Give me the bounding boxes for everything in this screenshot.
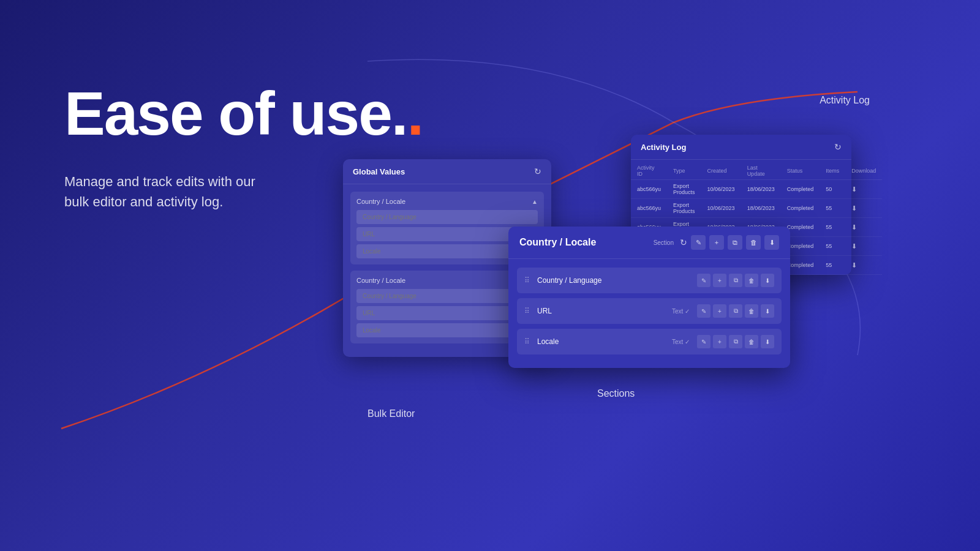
bulk-editor-title: Global Values [353,167,405,176]
col-download: Download [845,160,882,180]
cell-id: abc566yu [631,180,667,199]
activity-table-header-row: Activity ID Type Created Last Update Sta… [631,160,882,180]
row-1-download-btn[interactable]: ⬇ [761,274,774,287]
sections-copy-btn[interactable]: ⧉ [728,235,742,250]
bulk-editor-section-1-header: Country / Locale ▲ [356,198,538,205]
cell-items: 55 [820,237,845,256]
row-2-actions: ✎ + ⧉ 🗑 ⬇ [697,304,774,318]
subtitle-line1: Manage and track edits with our [64,174,255,189]
table-row: abc566yu Export Products 10/06/2023 18/0… [631,180,882,199]
cell-updated: 18/06/2023 [741,180,781,199]
col-last-update: Last Update [741,160,781,180]
cell-items: 50 [820,180,845,199]
col-created: Created [701,160,741,180]
download-icon[interactable]: ⬇ [851,242,857,250]
drag-handle-1[interactable]: ⠿ [524,276,530,285]
row-3-download-btn[interactable]: ⬇ [761,335,774,348]
row-2-download-btn[interactable]: ⬇ [761,304,774,318]
sections-header: Country / Locale Section ↻ ✎ + ⧉ 🗑 ⬇ [508,227,790,259]
row-1-delete-btn[interactable]: 🗑 [745,274,758,287]
cell-download: ⬇ [845,256,882,275]
sections-window: Country / Locale Section ↻ ✎ + ⧉ 🗑 ⬇ ⠿ C… [508,227,790,368]
subtitle: Manage and track edits with our bulk edi… [64,171,309,212]
download-icon[interactable]: ⬇ [851,261,857,269]
activity-log-header: Activity Log ↻ [631,135,851,160]
bulk-editor-label: Bulk Editor [368,408,415,419]
activity-log-title: Activity Log [641,143,686,152]
row-2-edit-btn[interactable]: ✎ [697,304,710,318]
col-items: Items [820,160,845,180]
cell-created: 10/06/2023 [701,199,741,218]
row-3-delete-btn[interactable]: 🗑 [745,335,758,348]
row-3-type: Text ✓ [672,339,690,345]
drag-handle-3[interactable]: ⠿ [524,337,530,346]
col-activity-id: Activity ID [631,160,667,180]
drag-handle-2[interactable]: ⠿ [524,307,530,315]
section-1-label: Country / Locale [356,198,405,205]
row-1-edit-btn[interactable]: ✎ [697,274,710,287]
cell-type: Export Products [667,199,701,218]
section-1-field-1[interactable] [356,210,538,224]
sections-body: ⠿ Country / Language ✎ + ⧉ 🗑 ⬇ ⠿ URL Tex… [508,259,790,368]
col-status: Status [781,160,820,180]
sections-controls: Section ↻ ✎ + ⧉ 🗑 ⬇ [654,235,779,250]
activity-log-label: Activity Log [820,95,870,106]
cell-id: abc566yu [631,199,667,218]
activity-log-refresh-icon[interactable]: ↻ [834,142,842,152]
row-1-copy-btn[interactable]: ⧉ [729,274,742,287]
cell-download: ⬇ [845,180,882,199]
download-icon[interactable]: ⬇ [851,186,857,193]
row-3-add-btn[interactable]: + [713,335,726,348]
bulk-editor-header: Global Values ↻ [343,159,551,184]
sections-row-2: ⠿ URL Text ✓ ✎ + ⧉ 🗑 ⬇ [517,298,782,324]
cell-download: ⬇ [845,218,882,237]
section-2-label: Country / Locale [356,277,405,284]
row-2-copy-btn[interactable]: ⧉ [729,304,742,318]
row-3-actions: ✎ + ⧉ 🗑 ⬇ [697,335,774,348]
row-3-name: Locale [537,337,672,346]
download-icon[interactable]: ⬇ [851,223,857,231]
bulk-editor-refresh-icon[interactable]: ↻ [534,167,541,176]
subtitle-line2: bulk editor and activity log. [64,194,223,209]
row-1-name: Country / Language [537,276,690,285]
sections-download-btn[interactable]: ⬇ [764,235,779,250]
section-label-text: Section [654,239,674,246]
download-icon[interactable]: ⬇ [851,204,857,212]
cell-items: 55 [820,199,845,218]
sections-label: Sections [597,388,635,399]
sections-row-3: ⠿ Locale Text ✓ ✎ + ⧉ 🗑 ⬇ [517,329,782,354]
cell-created: 10/06/2023 [701,180,741,199]
table-row: abc566yu Export Products 10/06/2023 18/0… [631,199,882,218]
cell-download: ⬇ [845,237,882,256]
activity-table-head: Activity ID Type Created Last Update Sta… [631,160,882,180]
col-type: Type [667,160,701,180]
cell-status: Completed [781,180,820,199]
title-text: Ease of use. [64,79,407,148]
cell-items: 55 [820,218,845,237]
sections-delete-btn[interactable]: 🗑 [746,235,761,250]
sections-title: Country / Locale [519,237,596,248]
row-2-name: URL [537,307,672,315]
row-1-actions: ✎ + ⧉ 🗑 ⬇ [697,274,774,287]
cell-download: ⬇ [845,199,882,218]
row-2-delete-btn[interactable]: 🗑 [745,304,758,318]
cell-status: Completed [781,199,820,218]
cell-updated: 18/06/2023 [741,199,781,218]
sections-row-1: ⠿ Country / Language ✎ + ⧉ 🗑 ⬇ [517,268,782,293]
row-2-add-btn[interactable]: + [713,304,726,318]
sections-edit-btn[interactable]: ✎ [691,235,706,250]
sections-refresh-icon[interactable]: ↻ [680,238,687,247]
row-3-copy-btn[interactable]: ⧉ [729,335,742,348]
sections-add-btn[interactable]: + [709,235,724,250]
row-3-edit-btn[interactable]: ✎ [697,335,710,348]
row-2-type: Text ✓ [672,308,690,315]
cell-type: Export Products [667,180,701,199]
page-title: Ease of use.. [64,80,423,147]
cell-items: 55 [820,256,845,275]
row-1-add-btn[interactable]: + [713,274,726,287]
title-dot: . [407,79,423,148]
section-1-arrow-icon[interactable]: ▲ [532,198,538,205]
